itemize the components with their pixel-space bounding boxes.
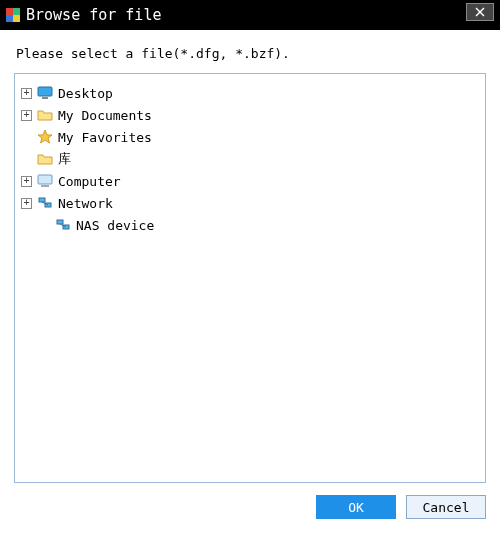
app-icon <box>6 8 20 22</box>
close-button[interactable] <box>466 3 494 21</box>
expand-spacer <box>39 220 50 231</box>
desktop-icon <box>36 85 54 101</box>
svg-rect-2 <box>6 15 13 22</box>
expand-icon[interactable]: + <box>21 176 32 187</box>
cancel-button[interactable]: Cancel <box>406 495 486 519</box>
tree-item-desktop[interactable]: + Desktop <box>21 82 479 104</box>
computer-icon <box>36 173 54 189</box>
svg-rect-7 <box>42 97 48 99</box>
tree-label: NAS device <box>76 218 154 233</box>
svg-rect-1 <box>13 8 20 15</box>
tree-label: My Favorites <box>58 130 152 145</box>
network-icon <box>54 217 72 233</box>
tree-label: Network <box>58 196 113 211</box>
tree-item-favorites[interactable]: My Favorites <box>21 126 479 148</box>
star-icon <box>36 129 54 145</box>
svg-rect-10 <box>41 185 49 187</box>
expand-icon[interactable]: + <box>21 110 32 121</box>
svg-rect-3 <box>13 15 20 22</box>
tree-label: 库 <box>58 150 71 168</box>
svg-rect-6 <box>38 87 52 96</box>
titlebar: Browse for file <box>0 0 500 30</box>
titlebar-left: Browse for file <box>6 6 161 24</box>
svg-rect-11 <box>39 198 45 202</box>
ok-button[interactable]: OK <box>316 495 396 519</box>
folder-icon <box>36 151 54 167</box>
expand-icon[interactable]: + <box>21 198 32 209</box>
tree-label: My Documents <box>58 108 152 123</box>
button-row: OK Cancel <box>0 483 500 531</box>
window-title: Browse for file <box>26 6 161 24</box>
tree-item-nas[interactable]: NAS device <box>21 214 479 236</box>
prompt-text: Please select a file(*.dfg, *.bzf). <box>16 46 486 61</box>
network-icon <box>36 195 54 211</box>
tree-item-computer[interactable]: + Computer <box>21 170 479 192</box>
tree-item-network[interactable]: + Network <box>21 192 479 214</box>
expand-icon[interactable]: + <box>21 88 32 99</box>
expand-spacer <box>21 132 32 143</box>
tree-panel[interactable]: + Desktop + My Documents <box>14 73 486 483</box>
svg-rect-9 <box>38 175 52 184</box>
svg-rect-14 <box>57 220 63 224</box>
dialog-body: Please select a file(*.dfg, *.bzf). + De… <box>0 30 500 483</box>
expand-spacer <box>21 154 32 165</box>
tree-label: Computer <box>58 174 121 189</box>
tree-item-documents[interactable]: + My Documents <box>21 104 479 126</box>
tree-label: Desktop <box>58 86 113 101</box>
svg-marker-8 <box>38 130 52 143</box>
svg-rect-0 <box>6 8 13 15</box>
tree-item-library[interactable]: 库 <box>21 148 479 170</box>
folder-icon <box>36 107 54 123</box>
